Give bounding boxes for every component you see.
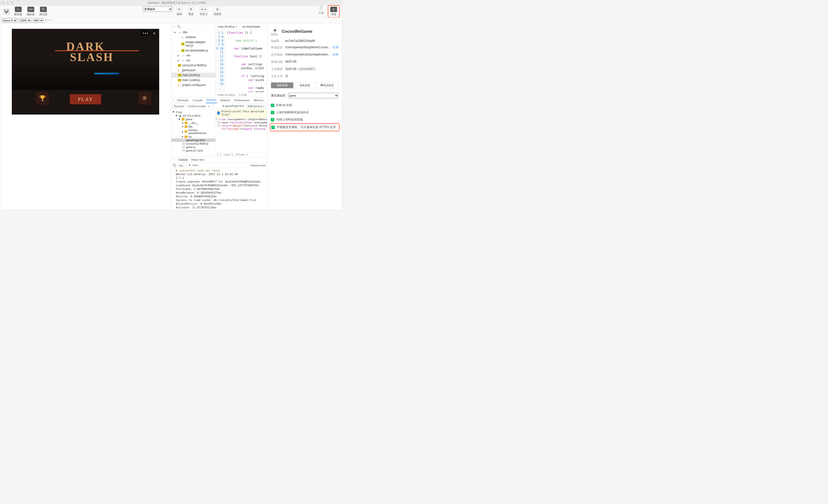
tab-memory[interactable]: Memory bbox=[253, 99, 264, 102]
window-controls[interactable] bbox=[2, 1, 13, 4]
sources-subtab[interactable]: Sources bbox=[173, 104, 185, 108]
simulator-button[interactable]: ▭ 模拟器 bbox=[12, 6, 24, 17]
source-gutter: 8 9 10 11 bbox=[216, 117, 221, 152]
checkbox-option[interactable]: ✓代码上传时自动压缩 bbox=[270, 116, 340, 123]
compile-mode-select[interactable]: 普通编译 bbox=[143, 6, 172, 12]
zoom-select[interactable]: 100% bbox=[19, 18, 31, 23]
file-game.json[interactable]: {}game.json bbox=[171, 68, 215, 73]
debug-lib-label: 调试基础库 bbox=[271, 94, 286, 98]
tab-project-settings[interactable]: 项目设置 bbox=[271, 83, 293, 88]
source-viewer[interactable]: i Pretty-print this minified file? 8 9 1… bbox=[216, 109, 267, 157]
info-row: 本地目录/Users/panda/StudyWork/Cocos/Project… bbox=[271, 44, 339, 51]
file-wx-downloader.js[interactable]: JSwx-downloader.js bbox=[171, 48, 215, 53]
close-icon[interactable]: × bbox=[236, 25, 237, 28]
debug-lib-select[interactable]: game bbox=[288, 93, 339, 98]
src-gamePage.html[interactable]: gamePage.html bbox=[171, 138, 215, 142]
tab-domain-info[interactable]: 域名信息 bbox=[293, 83, 316, 88]
device-select[interactable]: Nexus 6 bbox=[2, 18, 17, 23]
src-game.js[interactable]: game.js bbox=[171, 145, 215, 149]
src-src[interactable]: ▸ src bbox=[171, 135, 215, 138]
file-src[interactable]: ▸▭src bbox=[171, 58, 215, 63]
file-project.config.json[interactable]: {}project.config.json bbox=[171, 83, 215, 87]
content-scripts-subtab[interactable]: Content scripts bbox=[188, 105, 206, 108]
editor-button[interactable]: </> 编辑器 bbox=[25, 6, 36, 17]
sources-tree[interactable]: ▼ ⧈ top ▼ ☁ 127.0.0.1:9973 ▼ game ▸ __de… bbox=[171, 109, 216, 157]
src-cocos2d-js.f6ddf.js[interactable]: cocos2d-js.f6ddf.js bbox=[171, 142, 215, 145]
inspect-icon[interactable]: ⟐ bbox=[172, 99, 174, 102]
folder-libs[interactable]: ▾ ▭ libs bbox=[171, 30, 215, 35]
file-main.1cddd.js[interactable]: JSmain.1cddd.js bbox=[171, 78, 215, 83]
code-content[interactable]: (function () { 'use strict'; var isWeCha… bbox=[225, 30, 267, 92]
close-icon[interactable] bbox=[2, 1, 5, 4]
js-icon: JS bbox=[178, 74, 181, 77]
checkbox-option[interactable]: ✓上传代码时样式自动补全 bbox=[270, 109, 340, 116]
checkbox-option[interactable]: ✓ES6 转 ES5 bbox=[270, 102, 340, 109]
details-button[interactable]: ≡ 详情 bbox=[329, 6, 339, 17]
minimize-icon[interactable] bbox=[6, 1, 9, 4]
pretty-print-hint[interactable]: i Pretty-print this minified file? bbox=[216, 109, 267, 117]
file-cocos2d-js.f6ddf.js[interactable]: JScocos2d-js.f6ddf.js bbox=[171, 63, 215, 68]
kebab-icon[interactable]: ⋮ bbox=[173, 158, 175, 161]
kebab-icon[interactable]: ⋮ bbox=[212, 104, 215, 108]
file-explorer[interactable]: + 🔍 ▾ ▭ libs ▭xmldomJSweapp-adapter-min.… bbox=[171, 24, 216, 97]
maximize-icon[interactable] bbox=[11, 1, 13, 4]
code-tab-downloader[interactable]: wx-downloader. bbox=[240, 24, 264, 30]
source-tab-wagame[interactable]: WAGame.js × bbox=[246, 104, 266, 108]
game-screen[interactable]: ◎ DARK SLASH PLAY 🏆 ⛨ bbox=[12, 29, 159, 115]
src-game.js? [sm][interactable]: game.js? [sm] bbox=[171, 149, 215, 152]
console-filter-input[interactable] bbox=[193, 164, 249, 167]
add-icon[interactable]: + bbox=[173, 25, 175, 28]
checkbox-option[interactable]: ✓不校验安全域名、TLS 版本以及 HTTPS 证书 bbox=[270, 123, 340, 131]
shield-button[interactable]: ⛨ bbox=[138, 92, 151, 105]
src-libs[interactable]: ▸ libs bbox=[171, 125, 215, 128]
context-select[interactable]: top bbox=[178, 164, 187, 167]
preview-button[interactable]: 👁 预览 bbox=[186, 6, 196, 16]
cursor-position: Line 1, Column 1 bbox=[224, 153, 248, 156]
cut-icon[interactable]: ✂ bbox=[49, 19, 51, 22]
tab-console[interactable]: Console bbox=[192, 99, 203, 102]
tab-network[interactable]: Network bbox=[220, 99, 231, 102]
search-icon[interactable]: 🔍 bbox=[177, 25, 181, 28]
trophy-button[interactable]: 🏆 bbox=[36, 92, 49, 105]
js-icon: JS bbox=[178, 64, 181, 67]
rotate-icon[interactable]: ↻ bbox=[45, 19, 47, 22]
tab-performance[interactable]: Performance bbox=[234, 99, 250, 102]
project-name: CocosWeGame bbox=[282, 29, 312, 34]
phone-icon: ▭ bbox=[15, 7, 22, 12]
app-logo[interactable]: 🐼 bbox=[3, 8, 10, 15]
background-button[interactable]: ⇤⇥ 切后台 bbox=[198, 6, 209, 16]
compile-button[interactable]: ↻ 编译 bbox=[175, 6, 184, 16]
code-tab-main[interactable]: main.0ccd0.js× bbox=[216, 24, 240, 30]
tab-sources[interactable]: Sources bbox=[206, 97, 217, 103]
open-link[interactable]: 打开 bbox=[333, 53, 339, 57]
clear-cache-button[interactable]: ≋ 清缓存 bbox=[212, 6, 223, 16]
sword-glow bbox=[94, 73, 119, 74]
whats-new-tab[interactable]: What's New bbox=[191, 158, 205, 161]
console-drawer-tab[interactable]: Console bbox=[178, 158, 189, 161]
tab-elements[interactable]: Elements bbox=[177, 99, 189, 102]
clear-console-icon[interactable] bbox=[173, 164, 176, 167]
capsule-close[interactable]: ◎ bbox=[151, 31, 157, 36]
file-xmldom[interactable]: ▭xmldom bbox=[171, 35, 215, 40]
src-__dev__[interactable]: ▸ __dev__ bbox=[171, 121, 215, 125]
open-link[interactable]: 打开 bbox=[333, 46, 339, 50]
upload-button[interactable]: ⤴ 上传 bbox=[317, 5, 325, 18]
log-levels[interactable]: Default levels bbox=[251, 164, 266, 167]
play-button[interactable]: PLAY bbox=[70, 94, 101, 105]
debugger-button[interactable]: ☷ 调试器 bbox=[38, 6, 49, 17]
braces-icon[interactable]: { } bbox=[217, 153, 221, 156]
file-weapp-adapter-min.js[interactable]: JSweapp-adapter-min.js bbox=[171, 40, 215, 48]
file-path: /main.0ccd0.js bbox=[218, 93, 235, 96]
file-main.0ccd0.js[interactable]: JSmain.0ccd0.js bbox=[171, 73, 215, 78]
code-icon: </> bbox=[27, 7, 34, 12]
more-icon[interactable]: » bbox=[208, 105, 209, 108]
source-tab-gamepage[interactable]: ⧉ gamePage.html bbox=[222, 104, 244, 108]
sliders-icon: ☷ bbox=[40, 7, 47, 12]
network-select[interactable]: WiFi bbox=[33, 18, 44, 23]
titlebar: darkslash - 微信开发者工具 Beta v1.10.1712040 bbox=[0, 0, 342, 6]
src-res/raw-assets/textures[interactable]: ▸ res/raw-assets/textures bbox=[171, 128, 215, 135]
capsule-menu[interactable] bbox=[140, 31, 150, 36]
console-output[interactable]: ⚠ ▶ subcontext code not found Wechat Lib… bbox=[171, 168, 267, 210]
tab-tencent-cloud[interactable]: 腾讯云状态 bbox=[316, 83, 338, 88]
file-res[interactable]: ▸▭res bbox=[171, 53, 215, 58]
